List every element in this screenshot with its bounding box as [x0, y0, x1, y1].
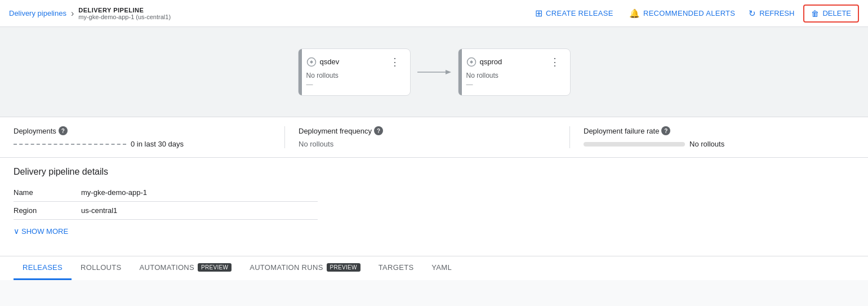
- tab-rollouts[interactable]: ROLLOUTS: [72, 256, 130, 280]
- metric-deployments-label: Deployments ?: [14, 126, 271, 135]
- node-status-qsdev: No rollouts: [306, 72, 402, 79]
- node-title-qsdev: qsdev: [320, 57, 340, 66]
- top-bar-right: ↻ REFRESH 🗑 DELETE: [742, 5, 859, 23]
- metric-deployments: Deployments ? 0 in last 30 days: [14, 126, 285, 148]
- pipeline-arrow: [411, 66, 458, 78]
- metric-failure-rate: Deployment failure rate ? No rollouts: [584, 126, 854, 148]
- details-table: Name my-gke-demo-app-1 Region us-central…: [14, 184, 318, 220]
- tab-targets-label: TARGETS: [379, 263, 414, 272]
- deployments-value: 0 in last 30 days: [131, 140, 184, 148]
- node-title-qsprod: qsprod: [480, 57, 502, 66]
- svg-marker-2: [446, 70, 451, 74]
- pipeline-area: qsdev ⋮ No rollouts —: [0, 27, 868, 117]
- recommended-alerts-label: RECOMMENDED ALERTS: [643, 9, 735, 17]
- tab-targets[interactable]: TARGETS: [370, 256, 423, 280]
- automations-preview-badge: PREVIEW: [198, 263, 232, 272]
- node-dash-qsdev: —: [306, 81, 402, 88]
- node-title-area-2: qsprod: [466, 57, 502, 67]
- field-label-region: Region: [14, 202, 81, 220]
- bell-icon: 🔔: [629, 8, 640, 19]
- tab-releases-label: RELEASES: [23, 263, 63, 272]
- automation-runs-preview-badge: PREVIEW: [327, 263, 360, 272]
- pipeline-node-qsprod[interactable]: qsprod ⋮ No rollouts —: [458, 48, 571, 96]
- refresh-button[interactable]: ↻ REFRESH: [742, 5, 801, 22]
- pipeline-name: my-gke-demo-app-1 (us-central1): [78, 14, 171, 20]
- failure-help-icon[interactable]: ?: [661, 126, 670, 135]
- tab-automation-runs[interactable]: AUTOMATION RUNS PREVIEW: [241, 256, 370, 280]
- create-release-label: CREATE RELEASE: [546, 9, 613, 17]
- action-buttons: ⊞ CREATE RELEASE 🔔 RECOMMENDED ALERTS: [528, 5, 742, 22]
- top-bar: Delivery pipelines › DELIVERY PIPELINE m…: [0, 0, 868, 27]
- deployments-bar: 0 in last 30 days: [14, 140, 271, 148]
- pipeline-label: DELIVERY PIPELINE: [78, 7, 171, 14]
- delete-label: DELETE: [822, 9, 851, 17]
- node-menu-qsdev[interactable]: ⋮: [388, 56, 402, 68]
- field-value-name: my-gke-demo-app-1: [81, 184, 318, 202]
- node-bar-left: [299, 49, 302, 95]
- node-menu-qsprod[interactable]: ⋮: [547, 56, 562, 68]
- tab-releases[interactable]: RELEASES: [14, 256, 72, 280]
- failure-value: No rollouts: [689, 140, 724, 148]
- frequency-help-icon[interactable]: ?: [374, 126, 383, 135]
- breadcrumb-separator: ›: [71, 8, 74, 19]
- field-label-name: Name: [14, 184, 81, 202]
- metrics-section: Deployments ? 0 in last 30 days Deployme…: [0, 117, 868, 158]
- gke-icon-qsdev: [306, 57, 317, 67]
- tab-yaml-label: YAML: [431, 263, 452, 272]
- metric-frequency: Deployment frequency ? No rollouts: [299, 126, 570, 148]
- tab-automations[interactable]: AUTOMATIONS PREVIEW: [131, 256, 241, 280]
- gke-icon-qsprod: [466, 57, 477, 67]
- tab-automations-label: AUTOMATIONS: [140, 263, 194, 272]
- table-row-name: Name my-gke-demo-app-1: [14, 184, 318, 202]
- tab-yaml[interactable]: YAML: [422, 256, 461, 280]
- metric-failure-label: Deployment failure rate ?: [584, 126, 841, 135]
- node-header-qsprod: qsprod ⋮: [466, 56, 562, 68]
- node-bar-left-2: [459, 49, 462, 95]
- details-section: Delivery pipeline details Name my-gke-de…: [0, 158, 868, 256]
- node-status-qsprod: No rollouts: [466, 72, 562, 79]
- breadcrumb-current: DELIVERY PIPELINE my-gke-demo-app-1 (us-…: [78, 7, 171, 20]
- deployments-dotted-bar: [14, 144, 126, 145]
- breadcrumb-link[interactable]: Delivery pipelines: [9, 9, 66, 17]
- recommended-alerts-button[interactable]: 🔔 RECOMMENDED ALERTS: [622, 5, 742, 22]
- refresh-icon: ↻: [749, 8, 756, 19]
- chevron-down-icon: ∨: [14, 227, 19, 236]
- metric-frequency-label: Deployment frequency ?: [299, 126, 556, 135]
- breadcrumb-area: Delivery pipelines › DELIVERY PIPELINE m…: [9, 7, 519, 20]
- deployments-help-icon[interactable]: ?: [59, 126, 68, 135]
- delete-button[interactable]: 🗑 DELETE: [803, 5, 859, 23]
- tabs-section: RELEASES ROLLOUTS AUTOMATIONS PREVIEW AU…: [0, 256, 868, 280]
- show-more-button[interactable]: ∨ SHOW MORE: [14, 224, 68, 238]
- tab-rollouts-label: ROLLOUTS: [81, 263, 121, 272]
- table-row-region: Region us-central1: [14, 202, 318, 220]
- failure-bar-container: No rollouts: [584, 140, 841, 148]
- refresh-label: REFRESH: [759, 9, 794, 17]
- frequency-value: No rollouts: [299, 140, 556, 148]
- create-release-button[interactable]: ⊞ CREATE RELEASE: [528, 5, 620, 22]
- tab-automation-runs-label: AUTOMATION RUNS: [250, 263, 323, 272]
- show-more-label: SHOW MORE: [21, 227, 68, 236]
- failure-solid-bar: [584, 142, 685, 147]
- pipeline-nodes: qsdev ⋮ No rollouts —: [298, 48, 571, 96]
- pipeline-node-qsdev[interactable]: qsdev ⋮ No rollouts —: [298, 48, 411, 96]
- node-title-area: qsdev: [306, 57, 340, 67]
- node-dash-qsprod: —: [466, 81, 562, 88]
- node-header-qsdev: qsdev ⋮: [306, 56, 402, 68]
- trash-icon: 🗑: [811, 9, 819, 18]
- details-title: Delivery pipeline details: [14, 167, 854, 177]
- field-value-region: us-central1: [81, 202, 318, 220]
- plus-icon: ⊞: [535, 8, 542, 19]
